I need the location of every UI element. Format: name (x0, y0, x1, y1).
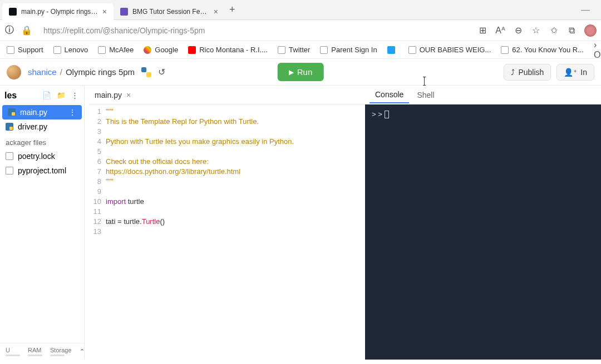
file-section-label: ackager files (0, 134, 84, 149)
browser-tab-strip: main.py - Olympic rings 5pm - R × BMG Tu… (0, 0, 601, 20)
zoom-icon[interactable]: ⊖ (513, 26, 523, 36)
stat-item: U (6, 347, 20, 356)
browser-tab-active[interactable]: main.py - Olympic rings 5pm - R × (2, 3, 114, 20)
file-item[interactable]: main.py⋮ (2, 105, 82, 119)
svg-rect-1 (146, 72, 151, 77)
file-item[interactable]: pyproject.toml (0, 163, 84, 178)
run-button[interactable]: ▶ Run (278, 63, 324, 81)
text-size-icon[interactable]: Aᴬ (495, 26, 505, 36)
bookmark-item[interactable]: Twitter (273, 46, 314, 54)
chevron-up-icon[interactable]: ⌃ (80, 348, 85, 355)
file-item[interactable]: driver.py (0, 119, 84, 134)
file-icon (6, 167, 13, 174)
minimize-button[interactable]: — (577, 3, 594, 17)
bookmark-icon (188, 46, 196, 54)
bookmark-label: 62. You Know You R... (512, 46, 584, 54)
kebab-icon[interactable]: ⋮ (68, 108, 76, 117)
breadcrumb-project: Olympic rings 5pm (66, 67, 135, 77)
favorites-list-icon[interactable]: ✩ (549, 26, 559, 36)
new-file-icon[interactable]: 📄 (41, 90, 52, 101)
bookmark-item[interactable]: 62. You Know You R... (496, 46, 588, 54)
favorite-icon[interactable]: ☆ (531, 26, 541, 36)
stat-bar (50, 355, 65, 356)
user-avatar[interactable] (7, 65, 21, 79)
console-body[interactable]: > > (365, 104, 601, 360)
file-icon (8, 108, 16, 116)
bookmark-icon (320, 46, 328, 54)
console-tabs: ConsoleShell (365, 86, 601, 104)
bookmark-icon (98, 46, 106, 54)
prompt-symbol: > > (372, 110, 382, 118)
cursor-icon (385, 111, 389, 118)
bookmark-item[interactable]: Parent Sign In (316, 46, 381, 54)
bookmark-icon (53, 46, 61, 54)
lock-icon[interactable]: 🔒 (21, 25, 32, 36)
bookmarks-bar: SupportLenovoMcAfeeGoogleRico Montana - … (0, 41, 601, 59)
publish-button[interactable]: ⤴ Publish (504, 64, 551, 81)
favicon-icon (9, 8, 17, 16)
console-tab[interactable]: Shell (411, 87, 440, 103)
bookmark-item[interactable]: OUR BABIES WEIG... (404, 46, 496, 54)
file-item[interactable]: poetry.lock (0, 149, 84, 163)
browser-tab[interactable]: BMG Tutor Session Feedback Fo × (114, 3, 225, 20)
file-name: pyproject.toml (18, 166, 66, 175)
url-text[interactable]: https://replit.com/@shanice/Olympic-ring… (43, 26, 471, 35)
history-icon[interactable]: ↺ (158, 67, 165, 77)
window-controls: — (577, 3, 599, 17)
play-icon: ▶ (289, 68, 294, 76)
collections-icon[interactable]: ⧉ (566, 26, 577, 36)
file-name: main.py (20, 108, 47, 117)
new-folder-icon[interactable]: 📁 (56, 90, 67, 101)
code-content[interactable]: """This is the Template Repl for Python … (106, 107, 294, 360)
code-editor[interactable]: 12345678910111213 """This is the Templat… (89, 104, 365, 360)
bookmark-label: Google (155, 46, 178, 54)
text-cursor-icon (424, 77, 425, 86)
publish-label: Publish (518, 68, 544, 77)
breadcrumb-user[interactable]: shanice (28, 67, 57, 77)
bookmark-label: Lenovo (65, 46, 88, 54)
bookmark-item[interactable]: Rico Montana - R.I.... (184, 46, 272, 54)
bookmark-item[interactable]: Google (139, 46, 183, 54)
resource-stats: URAMStorage⌃ (0, 343, 84, 360)
file-icon (6, 152, 13, 160)
bookmark-label: Parent Sign In (331, 46, 377, 54)
file-list: main.py⋮driver.pyackager filespoetry.loc… (0, 105, 84, 343)
bookmark-icon (387, 46, 395, 54)
bookmarks-overflow[interactable]: › Oth (589, 41, 601, 59)
person-add-icon: 👤⁺ (564, 68, 577, 77)
invite-button[interactable]: 👤⁺ In (556, 64, 594, 81)
stat-item: Storage (50, 347, 72, 356)
site-info-icon[interactable]: ⓘ (4, 26, 14, 36)
new-tab-button[interactable]: + (225, 4, 240, 16)
tab-title: main.py - Olympic rings 5pm - R (21, 8, 98, 16)
app-install-icon[interactable]: ⊞ (477, 26, 487, 36)
stat-bar (6, 355, 20, 356)
console-prompt: > > (372, 110, 594, 118)
file-name: driver.py (18, 122, 47, 131)
kebab-icon[interactable]: ⋮ (70, 90, 80, 101)
bookmark-item[interactable]: Lenovo (49, 46, 93, 54)
close-icon[interactable]: × (126, 91, 131, 99)
file-tab-row: main.py × (89, 86, 365, 104)
file-name: poetry.lock (18, 152, 55, 161)
close-icon[interactable]: × (102, 7, 107, 16)
editor-panel: main.py × 12345678910111213 """This is t… (89, 86, 365, 360)
invite-label: In (580, 68, 587, 77)
favicon-icon (120, 8, 128, 16)
sidebar-header: les 📄 📁 ⋮ (0, 86, 84, 105)
console-tab[interactable]: Console (370, 87, 409, 103)
bookmark-label: Twitter (289, 46, 310, 54)
file-icon (6, 123, 13, 131)
bookmark-label: OUR BABIES WEIG... (420, 46, 491, 54)
close-icon[interactable]: × (214, 7, 218, 16)
stat-bar (28, 355, 42, 356)
bookmark-item[interactable] (383, 46, 403, 54)
console-panel: ConsoleShell > > (365, 86, 601, 360)
breadcrumb-separator: / (60, 67, 62, 77)
bookmark-label: Support (18, 46, 43, 54)
bookmark-item[interactable]: Support (2, 46, 48, 54)
bookmark-item[interactable]: McAfee (93, 46, 138, 54)
profile-avatar[interactable] (584, 24, 597, 37)
bookmark-icon (408, 46, 416, 54)
file-tab[interactable]: main.py × (89, 91, 136, 99)
